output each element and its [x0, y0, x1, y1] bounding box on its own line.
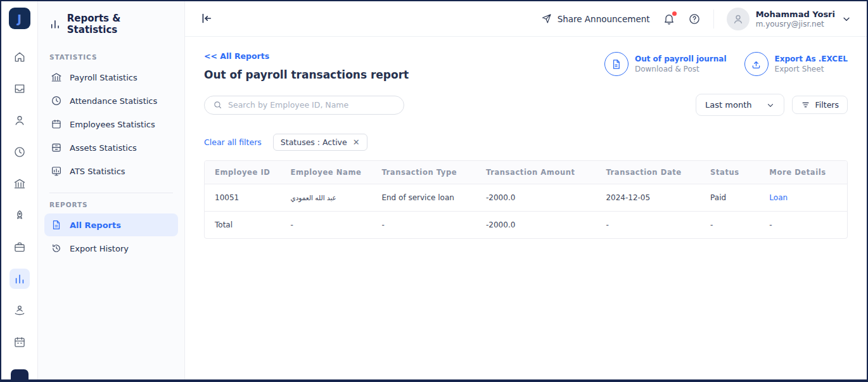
column-header: Employee ID: [205, 161, 280, 184]
period-filter-value: Last month: [705, 100, 751, 110]
page-header: << All Reports Out of payroll transactio…: [204, 49, 848, 81]
collapse-sidebar-icon[interactable]: [199, 11, 214, 27]
rail-bottom-icon[interactable]: [11, 369, 29, 382]
item-label: Attendance Statistics: [70, 96, 157, 106]
upload-icon: [744, 52, 769, 76]
sidebar-item-export-history[interactable]: Export History: [44, 237, 178, 260]
sidebar: Reports & Statistics STATISTICS Payroll …: [38, 1, 185, 379]
export-excel-button[interactable]: Export As .EXCEL Export Sheet: [744, 52, 848, 76]
column-header: Employee Name: [280, 161, 371, 184]
sidebar-item-all-reports[interactable]: All Reports: [44, 213, 178, 236]
section-statistics: STATISTICS: [49, 53, 173, 61]
status-filter-chip: Statuses : Active ✕: [273, 134, 367, 151]
chip-label: Statuses : Active: [281, 137, 347, 147]
main-area: Share Announcement Mohammad Yosri: [185, 1, 867, 379]
sidebar-divider: [49, 193, 173, 193]
excel-action-subtitle: Export Sheet: [775, 65, 848, 73]
icon-rail: J: [1, 1, 38, 379]
sidebar-item-attendance-statistics[interactable]: Attendance Statistics: [44, 89, 178, 112]
send-icon: [541, 13, 552, 24]
excel-action-title: Export As .EXCEL: [775, 54, 848, 63]
item-label: Export History: [70, 244, 129, 253]
inbox-icon[interactable]: [13, 82, 26, 95]
employees-icon[interactable]: [13, 114, 26, 127]
reports-icon[interactable]: [10, 269, 30, 289]
sidebar-title: Reports & Statistics: [38, 13, 184, 35]
topbar: Share Announcement Mohammad Yosri: [185, 1, 867, 37]
jisr-logo[interactable]: J: [9, 8, 30, 29]
recruitment-icon[interactable]: [13, 241, 26, 253]
time-icon[interactable]: [13, 146, 26, 158]
search-input[interactable]: [228, 100, 395, 110]
journal-action-text: Out of payroll journal Download & Post: [635, 54, 727, 73]
section-reports: REPORTS: [49, 201, 173, 208]
export-actions: Out of payroll journal Download & Post E…: [604, 52, 848, 76]
column-header: More Details: [759, 161, 847, 184]
sidebar-title-label: Reports & Statistics: [67, 13, 173, 35]
item-label: ATS Statistics: [70, 167, 125, 176]
more-details-link[interactable]: Loan: [769, 193, 788, 202]
item-label: Payroll Statistics: [70, 73, 137, 82]
share-announcement-label: Share Announcement: [558, 14, 650, 24]
table-cell: Loan: [759, 184, 847, 212]
sidebar-item-assets-statistics[interactable]: Assets Statistics: [44, 136, 178, 159]
table-cell: 2024-12-05: [596, 184, 700, 212]
chip-close-icon[interactable]: ✕: [353, 138, 360, 146]
period-filter-dropdown[interactable]: Last month: [696, 94, 784, 116]
page-header-left: << All Reports Out of payroll transactio…: [204, 49, 409, 81]
table-cell: -2000.0: [476, 184, 596, 212]
drawer-icon: [51, 142, 62, 153]
item-label: All Reports: [70, 220, 121, 230]
item-label: Assets Statistics: [70, 143, 137, 153]
table-cell: -: [371, 212, 476, 239]
sidebar-item-employees-statistics[interactable]: Employees Statistics: [44, 113, 178, 136]
notification-dot: [672, 11, 677, 16]
page-title: Out of payroll transactions report: [204, 68, 409, 81]
help-icon[interactable]: [688, 13, 701, 25]
payroll-icon[interactable]: [13, 177, 26, 190]
chart-board-icon: [51, 165, 62, 177]
journal-document-icon: [604, 52, 629, 76]
topbar-right: Share Announcement Mohammad Yosri: [541, 8, 852, 30]
home-icon[interactable]: [13, 51, 26, 63]
sidebar-item-ats-statistics[interactable]: ATS Statistics: [44, 160, 178, 182]
user-menu[interactable]: Mohammad Yosri m.yousry@jisr.net: [727, 8, 852, 30]
table-total-row: Total---2000.0---: [205, 212, 847, 239]
notifications-bell-icon[interactable]: [663, 13, 675, 25]
performance-icon[interactable]: [13, 209, 26, 222]
journal-action-subtitle: Download & Post: [635, 65, 727, 73]
table-cell: -: [700, 212, 759, 239]
bank-icon: [51, 72, 62, 83]
table-header-row: Employee IDEmployee NameTransaction Type…: [205, 161, 847, 184]
avatar: [727, 8, 750, 30]
search-box[interactable]: [204, 96, 404, 115]
out-of-payroll-journal-button[interactable]: Out of payroll journal Download & Post: [604, 52, 727, 76]
excel-action-text: Export As .EXCEL Export Sheet: [775, 54, 848, 73]
transactions-table: Employee IDEmployee NameTransaction Type…: [204, 160, 848, 239]
table-cell: -2000.0: [476, 212, 596, 239]
column-header: Transaction Amount: [476, 161, 596, 184]
table-cell: 10051: [205, 184, 280, 212]
user-email: m.yousry@jisr.net: [756, 20, 835, 29]
share-announcement-button[interactable]: Share Announcement: [541, 13, 650, 24]
table-cell: -: [280, 212, 371, 239]
reports-list: All Reports Export History: [44, 213, 178, 260]
item-label: Employees Statistics: [70, 120, 155, 129]
filters-label: Filters: [815, 100, 839, 110]
filter-icon: [801, 100, 810, 110]
table-cell: Paid: [700, 184, 759, 212]
filters-button[interactable]: Filters: [792, 96, 848, 114]
chevron-down-icon: [841, 14, 852, 24]
clear-all-filters-link[interactable]: Clear all filters: [204, 137, 262, 147]
document-icon: [51, 219, 62, 231]
onboarding-icon[interactable]: [13, 304, 26, 317]
column-header: Status: [700, 161, 759, 184]
sidebar-item-payroll-statistics[interactable]: Payroll Statistics: [44, 66, 178, 89]
scheduler-icon[interactable]: [13, 336, 26, 348]
back-to-all-reports-link[interactable]: << All Reports: [204, 51, 269, 61]
bar-chart-icon: [49, 18, 61, 30]
active-filters-row: Clear all filters Statuses : Active ✕: [204, 134, 848, 151]
history-icon: [51, 243, 62, 254]
clock-icon: [51, 95, 62, 106]
page-content: << All Reports Out of payroll transactio…: [185, 37, 867, 379]
